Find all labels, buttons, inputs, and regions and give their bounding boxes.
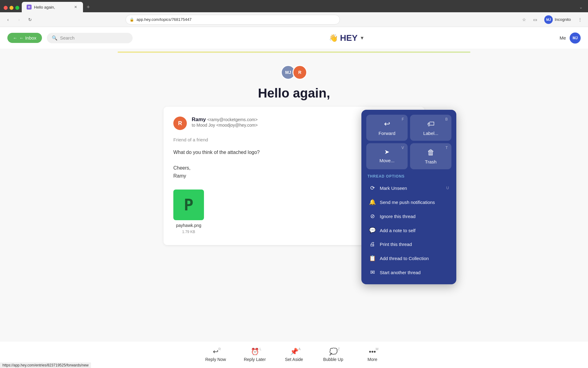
forward-label: Forward bbox=[379, 131, 395, 136]
inbox-button[interactable]: ← ← Inbox bbox=[7, 33, 42, 43]
move-shortcut: V bbox=[401, 146, 404, 150]
app-logo[interactable]: 👋 HEY ▾ bbox=[329, 33, 363, 43]
move-icon: ➤ bbox=[384, 148, 390, 155]
profile-label: Incognito bbox=[555, 17, 571, 22]
trash-icon: 🗑 bbox=[427, 148, 435, 157]
tab-favicon: H bbox=[27, 5, 32, 10]
forward-shortcut: F bbox=[402, 117, 404, 121]
close-window-btn[interactable] bbox=[4, 6, 8, 10]
bubble-up-icon: 💭 bbox=[329, 348, 337, 355]
email-area: MJ R Hello again, R Ramy <ramy@rocketgem… bbox=[0, 49, 588, 368]
reply-later-btn[interactable]: ⏰ L Reply Later bbox=[243, 348, 267, 362]
tab-close-btn[interactable]: ✕ bbox=[73, 5, 78, 10]
nav-right: ☆ ▭ MJ Incognito ⋮ bbox=[520, 14, 584, 25]
new-thread-icon: ✉ bbox=[369, 269, 376, 276]
reply-now-btn[interactable]: ↩ R Reply Now bbox=[203, 348, 228, 362]
inbox-label: ← Inbox bbox=[19, 35, 36, 40]
tab-title: Hello again, bbox=[34, 5, 55, 10]
email-header: MJ R Hello again, bbox=[0, 55, 588, 107]
maximize-window-btn[interactable] bbox=[15, 6, 19, 10]
browser-tabs: H Hello again, ✕ + ⌄ bbox=[0, 0, 588, 12]
status-url: https://app.hey.com/entries/823719525/fo… bbox=[2, 363, 89, 367]
more-icon: ••• bbox=[369, 348, 376, 355]
forward-icon: ↩ bbox=[384, 120, 390, 128]
mark-unseen-item[interactable]: ⟳ Mark Unseen U bbox=[366, 181, 451, 195]
note-icon: 💬 bbox=[369, 227, 376, 234]
ignore-thread-item[interactable]: ⊘ Ignore this thread bbox=[366, 209, 451, 223]
add-collection-item[interactable]: 📋 Add thread to Collection bbox=[366, 251, 451, 265]
logo-wave-icon: 👋 bbox=[329, 34, 338, 42]
logo-dropdown-icon[interactable]: ▾ bbox=[361, 35, 363, 41]
ignore-thread-label: Ignore this thread bbox=[380, 214, 416, 219]
email-subject: Hello again, bbox=[0, 86, 588, 101]
start-thread-label: Start another thread bbox=[380, 270, 420, 275]
set-aside-shortcut: A bbox=[298, 347, 300, 351]
push-notif-item[interactable]: 🔔 Send me push notifications bbox=[366, 195, 451, 209]
print-thread-item[interactable]: 🖨 Print this thread bbox=[366, 237, 451, 251]
collection-icon: 📋 bbox=[369, 255, 376, 262]
me-label: Me bbox=[560, 35, 566, 40]
mark-unseen-shortcut: U bbox=[446, 186, 449, 190]
participants: MJ R bbox=[0, 65, 588, 80]
reply-now-shortcut: R bbox=[218, 347, 221, 351]
add-note-label: Add a note to self bbox=[380, 228, 416, 233]
browser-chrome: H Hello again, ✕ + ⌄ ‹ › ↻ 🔒 app.hey.com… bbox=[0, 0, 588, 27]
trash-label: Trash bbox=[425, 159, 437, 164]
browser-menu-btn[interactable]: ⋮ bbox=[576, 15, 584, 24]
sender-avatar: R bbox=[173, 117, 187, 130]
browser-nav-bar: ‹ › ↻ 🔒 app.hey.com/topics/768175447 ☆ ▭… bbox=[0, 12, 588, 27]
move-label: Move... bbox=[379, 158, 394, 163]
logo-text: HEY bbox=[340, 33, 358, 43]
mark-unseen-icon: ⟳ bbox=[369, 185, 376, 191]
label-label: Label... bbox=[423, 131, 438, 136]
search-icon: 🔍 bbox=[52, 35, 58, 41]
email-to: to Mood Joy <moodjoy@hey.com> bbox=[192, 123, 383, 128]
label-icon: 🏷 bbox=[427, 120, 435, 128]
add-collection-label: Add thread to Collection bbox=[380, 256, 429, 261]
popup-action-grid: F ↩ Forward B 🏷 Label... V ➤ Move... T 🗑… bbox=[366, 115, 451, 169]
participant-r-avatar: R bbox=[292, 65, 307, 80]
popup-label-btn[interactable]: B 🏷 Label... bbox=[410, 115, 451, 141]
browser-status-bar: https://app.hey.com/entries/823719525/fo… bbox=[0, 362, 91, 368]
bubble-up-btn[interactable]: 💭 Z Bubble Up bbox=[321, 348, 345, 362]
set-aside-btn[interactable]: 📌 A Set Aside bbox=[282, 348, 306, 362]
active-tab[interactable]: H Hello again, ✕ bbox=[22, 2, 83, 12]
app: ← ← Inbox 🔍 Search 👋 HEY ▾ Me MJ MJ R bbox=[0, 27, 588, 368]
back-btn[interactable]: ‹ bbox=[4, 15, 12, 24]
print-thread-label: Print this thread bbox=[380, 242, 412, 247]
popup-move-btn[interactable]: V ➤ Move... bbox=[366, 143, 408, 169]
new-tab-btn[interactable]: + bbox=[83, 2, 93, 12]
url-bar[interactable]: 🔒 app.hey.com/topics/768175447 bbox=[126, 15, 340, 25]
reply-now-label: Reply Now bbox=[205, 357, 226, 362]
reply-later-label: Reply Later bbox=[244, 357, 266, 362]
reload-btn[interactable]: ↻ bbox=[26, 15, 34, 24]
search-bar[interactable]: 🔍 Search bbox=[47, 33, 133, 43]
attachment-size: 1.79 KB bbox=[173, 229, 204, 235]
lock-icon: 🔒 bbox=[130, 17, 134, 22]
email-attachment[interactable]: P payhawk.png 1.79 KB bbox=[173, 190, 204, 235]
me-avatar[interactable]: MJ bbox=[570, 33, 581, 44]
tab-list-btn[interactable]: ⌄ bbox=[576, 2, 586, 12]
push-notif-label: Send me push notifications bbox=[380, 200, 435, 205]
minimize-window-btn[interactable] bbox=[9, 6, 13, 10]
bookmark-btn[interactable]: ☆ bbox=[520, 15, 528, 24]
start-thread-item[interactable]: ✉ Start another thread bbox=[366, 265, 451, 279]
more-shortcut: M bbox=[375, 347, 378, 351]
more-btn[interactable]: ••• M More bbox=[360, 348, 385, 362]
popup-menu: F ↩ Forward B 🏷 Label... V ➤ Move... T 🗑… bbox=[361, 110, 456, 284]
forward-btn[interactable]: › bbox=[15, 15, 23, 24]
reply-later-shortcut: L bbox=[259, 347, 261, 351]
ignore-icon: ⊘ bbox=[369, 213, 376, 220]
profile-btn[interactable]: MJ Incognito bbox=[542, 14, 573, 25]
cast-btn[interactable]: ▭ bbox=[531, 15, 539, 24]
add-note-item[interactable]: 💬 Add a note to self bbox=[366, 223, 451, 237]
reply-now-icon: ↩ bbox=[213, 348, 218, 355]
print-icon: 🖨 bbox=[369, 241, 376, 247]
attachment-name: payhawk.png bbox=[173, 222, 204, 229]
trash-shortcut: T bbox=[446, 146, 448, 150]
sender-email: <ramy@rocketgems.com> bbox=[207, 117, 258, 122]
popup-trash-btn[interactable]: T 🗑 Trash bbox=[410, 143, 451, 169]
popup-forward-btn[interactable]: F ↩ Forward bbox=[366, 115, 408, 141]
bell-icon: 🔔 bbox=[369, 199, 376, 205]
url-text: app.hey.com/topics/768175447 bbox=[137, 17, 192, 22]
